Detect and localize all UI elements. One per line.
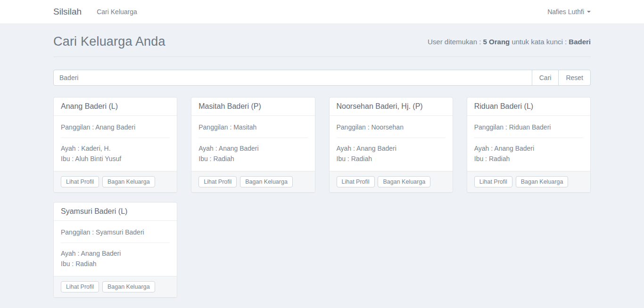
person-mother: Ibu : Radiah — [474, 154, 583, 164]
summary-count: 5 Orang — [483, 38, 510, 46]
person-card-footer: Lihat Profil Bagan Keluarga — [54, 171, 177, 192]
divider — [337, 138, 446, 138]
lihat-profil-button[interactable]: Lihat Profil — [337, 176, 375, 187]
bagan-keluarga-button[interactable]: Bagan Keluarga — [102, 176, 155, 187]
person-card-body: Panggilan : Anang Baderi Ayah : Kaderi, … — [54, 116, 177, 171]
brand-silsilah[interactable]: Silsilah — [53, 7, 82, 17]
person-card-body: Panggilan : Riduan Baderi Ayah : Anang B… — [467, 116, 590, 171]
person-card-footer: Lihat Profil Bagan Keluarga — [467, 171, 590, 192]
main-content: Cari Keluarga Anda User ditemukan : 5 Or… — [53, 34, 591, 308]
bagan-keluarga-button[interactable]: Bagan Keluarga — [378, 176, 430, 187]
person-card-body: Panggilan : Syamsuri Baderi Ayah : Anang… — [54, 221, 177, 276]
page-header: Cari Keluarga Anda User ditemukan : 5 Or… — [53, 34, 591, 57]
cari-button[interactable]: Cari — [532, 70, 559, 86]
person-nickname: Panggilan : Syamsuri Baderi — [61, 227, 170, 237]
bagan-keluarga-button[interactable]: Bagan Keluarga — [240, 176, 293, 187]
nav-item-cari-keluarga[interactable]: Cari Keluarga — [97, 8, 137, 16]
person-father: Ayah : Anang Baderi — [198, 143, 307, 154]
person-father: Ayah : Anang Baderi — [474, 143, 583, 154]
person-mother: Ibu : Radiah — [61, 259, 170, 269]
summary-keyword: Baderi — [569, 38, 591, 46]
result-summary: User ditemukan : 5 Orang untuk kata kunc… — [428, 38, 591, 46]
person-nickname: Panggilan : Riduan Baderi — [474, 122, 583, 132]
person-mother: Ibu : Radiah — [337, 154, 446, 164]
page-title: Cari Keluarga Anda — [53, 34, 165, 49]
person-card: Masitah Baderi (P) Panggilan : Masitah A… — [191, 97, 315, 193]
bagan-keluarga-button[interactable]: Bagan Keluarga — [516, 176, 569, 187]
search-form: Cari Reset — [53, 70, 591, 86]
person-card-title: Riduan Baderi (L) — [467, 97, 590, 116]
summary-middle: untuk kata kunci : — [510, 38, 569, 46]
person-card-body: Panggilan : Masitah Ayah : Anang Baderi … — [191, 116, 314, 171]
person-father: Ayah : Anang Baderi — [61, 248, 170, 259]
person-mother: Ibu : Aluh Binti Yusuf — [61, 154, 170, 164]
person-card: Noorsehan Baderi, Hj. (P) Panggilan : No… — [329, 97, 453, 193]
user-name: Nafies Luthfi — [547, 8, 584, 16]
results-grid: Anang Baderi (L) Panggilan : Anang Bader… — [53, 97, 591, 308]
person-card: Riduan Baderi (L) Panggilan : Riduan Bad… — [467, 97, 591, 193]
person-father: Ayah : Kaderi, H. — [61, 143, 170, 154]
lihat-profil-button[interactable]: Lihat Profil — [198, 176, 237, 187]
person-card: Syamsuri Baderi (L) Panggilan : Syamsuri… — [53, 202, 177, 298]
person-nickname: Panggilan : Masitah — [198, 122, 307, 132]
person-card-body: Panggilan : Noorsehan Ayah : Anang Bader… — [330, 116, 453, 171]
person-card-title: Noorsehan Baderi, Hj. (P) — [330, 97, 453, 116]
divider — [61, 138, 170, 138]
divider — [474, 138, 583, 138]
lihat-profil-button[interactable]: Lihat Profil — [61, 281, 99, 292]
lihat-profil-button[interactable]: Lihat Profil — [474, 176, 512, 187]
caret-down-icon — [587, 11, 591, 13]
person-father: Ayah : Anang Baderi — [337, 143, 446, 154]
navbar: Silsilah Cari Keluarga Nafies Luthfi — [0, 0, 644, 24]
person-card-footer: Lihat Profil Bagan Keluarga — [54, 276, 177, 297]
person-nickname: Panggilan : Noorsehan — [337, 122, 446, 132]
person-card: Anang Baderi (L) Panggilan : Anang Bader… — [53, 97, 177, 193]
divider — [198, 138, 307, 138]
bagan-keluarga-button[interactable]: Bagan Keluarga — [102, 281, 155, 292]
person-card-title: Anang Baderi (L) — [54, 97, 177, 116]
person-card-footer: Lihat Profil Bagan Keluarga — [191, 171, 314, 192]
divider — [61, 243, 170, 243]
search-input[interactable] — [53, 70, 532, 86]
reset-button[interactable]: Reset — [558, 70, 591, 86]
person-card-footer: Lihat Profil Bagan Keluarga — [330, 171, 453, 192]
person-mother: Ibu : Radiah — [198, 154, 307, 164]
summary-prefix: User ditemukan : — [428, 38, 483, 46]
person-card-title: Syamsuri Baderi (L) — [54, 203, 177, 221]
user-dropdown[interactable]: Nafies Luthfi — [547, 8, 591, 16]
lihat-profil-button[interactable]: Lihat Profil — [61, 176, 99, 187]
person-nickname: Panggilan : Anang Baderi — [61, 122, 170, 132]
person-card-title: Masitah Baderi (P) — [191, 97, 314, 116]
